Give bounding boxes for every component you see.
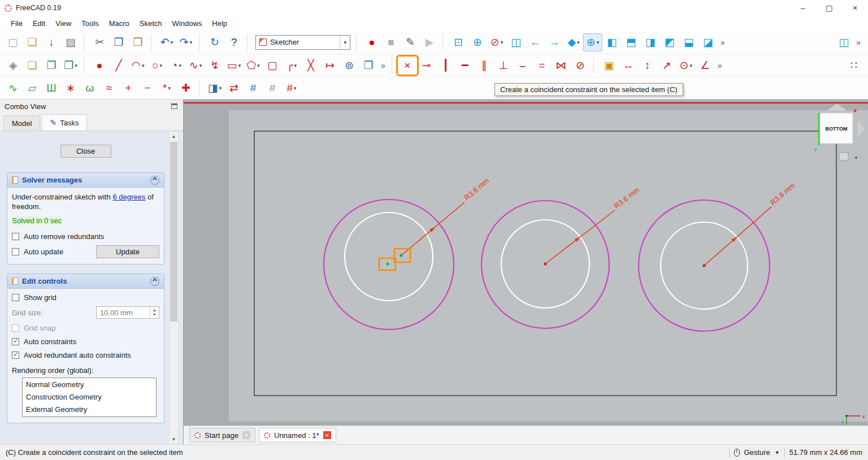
view-left[interactable]: ◪ bbox=[698, 33, 718, 51]
menu-edit[interactable]: Edit bbox=[28, 18, 50, 29]
auto-update-checkbox[interactable]: Auto update bbox=[12, 248, 63, 256]
sketch-canvas[interactable]: R3.6 mm R3.6 mm R3.6 mm bbox=[184, 99, 868, 426]
bspline-pole-weight[interactable]: ω bbox=[80, 79, 99, 97]
nav-back[interactable]: ← bbox=[526, 33, 545, 51]
nav-forward[interactable]: → bbox=[545, 33, 564, 51]
paste[interactable]: ❒ bbox=[128, 33, 147, 51]
extend-edge[interactable]: ↦ bbox=[320, 57, 340, 75]
cut[interactable]: ✂ bbox=[90, 33, 109, 51]
scrollbar-thumb[interactable] bbox=[170, 142, 177, 322]
create-polygon[interactable]: ⬠▾ bbox=[244, 57, 263, 75]
external-geometry[interactable]: ⊚ bbox=[340, 57, 359, 75]
toolbar-overflow-icon[interactable]: » bbox=[853, 38, 863, 47]
chevron-down-icon[interactable]: ▾ bbox=[190, 40, 193, 45]
create-arc[interactable]: ◠▾ bbox=[128, 57, 147, 75]
create-rectangle[interactable]: ▭▾ bbox=[224, 57, 244, 75]
macro-stop[interactable]: ■ bbox=[381, 33, 401, 51]
constrain-horizontal[interactable]: ━ bbox=[455, 57, 475, 75]
chevron-down-icon[interactable]: ▾ bbox=[199, 63, 202, 68]
create-group[interactable]: ❏ bbox=[23, 57, 42, 75]
insert-knot[interactable]: ✚ bbox=[176, 79, 196, 97]
tab-model[interactable]: Model bbox=[3, 115, 40, 131]
collapse-button[interactable] bbox=[150, 277, 159, 286]
auto-constraints-checkbox[interactable]: Auto constraints bbox=[12, 337, 159, 346]
constrain-angle[interactable]: ∠ bbox=[696, 57, 715, 75]
sketcher-tools[interactable]: ∷ bbox=[844, 57, 863, 75]
constraint-filters[interactable]: #▾ bbox=[282, 79, 301, 97]
view-axonometric[interactable]: ◆▾ bbox=[564, 33, 583, 51]
undo[interactable]: ↶▾ bbox=[157, 33, 176, 51]
macro-edit[interactable]: ✎ bbox=[401, 33, 420, 51]
chevron-down-icon[interactable]: ▾ bbox=[577, 40, 580, 45]
view-top[interactable]: ⬒ bbox=[622, 33, 641, 51]
carbon-copy[interactable]: ❐ bbox=[359, 57, 378, 75]
view-rear[interactable]: ◩ bbox=[660, 33, 679, 51]
create-slot[interactable]: ▢ bbox=[263, 57, 282, 75]
chevron-down-icon[interactable]: ▾ bbox=[142, 63, 145, 68]
scroll-up-icon[interactable]: ▲ bbox=[170, 132, 178, 141]
switch-virtual-space[interactable]: ⇄ bbox=[224, 79, 244, 97]
menu-sketch[interactable]: Sketch bbox=[134, 18, 167, 29]
chevron-down-icon[interactable]: ▼ bbox=[775, 450, 780, 455]
rendering-order-item[interactable]: External Geometry bbox=[23, 403, 156, 415]
zoom-fit-all[interactable]: ⊡ bbox=[449, 33, 468, 51]
menu-windows[interactable]: Windows bbox=[167, 18, 207, 29]
spinner-buttons[interactable]: ▲▼ bbox=[150, 307, 159, 318]
show-grid-checkbox[interactable]: Show grid bbox=[12, 293, 159, 302]
constrain-block[interactable]: ⊘ bbox=[571, 57, 590, 75]
close-tab-icon[interactable]: × bbox=[242, 431, 250, 439]
chevron-down-icon[interactable]: ▾ bbox=[238, 63, 241, 68]
redo[interactable]: ↷▾ bbox=[176, 33, 196, 51]
chevron-down-icon[interactable]: ▾ bbox=[159, 63, 162, 68]
solver-messages-header[interactable]: Solver messages bbox=[7, 173, 164, 188]
sketch-plane[interactable] bbox=[229, 110, 868, 422]
navigation-style[interactable]: Gesture bbox=[744, 448, 770, 457]
view-right[interactable]: ◨ bbox=[641, 33, 660, 51]
nav-cube-menu-arrow-icon[interactable]: ▼ bbox=[854, 155, 858, 160]
sync-view[interactable]: ◫ bbox=[506, 33, 526, 51]
modify-knot-multiplicity[interactable]: *▾ bbox=[157, 79, 176, 97]
degrees-of-freedom-link[interactable]: 6 degrees bbox=[112, 193, 145, 201]
macro-record[interactable]: ● bbox=[362, 33, 381, 51]
edit-controls-header[interactable]: Edit controls bbox=[7, 274, 164, 289]
menu-macro[interactable]: Macro bbox=[104, 18, 134, 29]
toolbar-overflow-icon[interactable]: » bbox=[715, 61, 725, 70]
constrain-distance[interactable]: ↗ bbox=[657, 57, 676, 75]
menu-file[interactable]: File bbox=[6, 18, 28, 29]
refresh[interactable]: ↻ bbox=[205, 33, 224, 51]
minimize-button[interactable]: – bbox=[790, 0, 816, 16]
constrain-parallel[interactable]: ∥ bbox=[475, 57, 494, 75]
chevron-down-icon[interactable]: ▾ bbox=[689, 63, 692, 68]
close-window-button[interactable]: × bbox=[842, 0, 868, 16]
spin-up-icon[interactable]: ▲ bbox=[153, 308, 157, 313]
sketch-viewport[interactable]: R3.6 mm R3.6 mm R3.6 mm bbox=[184, 99, 868, 426]
collapse-button[interactable] bbox=[150, 176, 159, 185]
constrain-distance-x[interactable]: ↔ bbox=[619, 57, 638, 75]
tab-start-page[interactable]: Start page × bbox=[189, 428, 255, 442]
save-document[interactable]: ↓ bbox=[42, 33, 61, 51]
constrain-coincident[interactable]: × bbox=[398, 57, 417, 75]
rendering-order-item[interactable]: Construction Geometry bbox=[23, 390, 156, 403]
chevron-down-icon[interactable]: ▾ bbox=[294, 85, 297, 91]
macro-play[interactable]: ▶ bbox=[420, 33, 439, 51]
rendering-order-item[interactable]: Normal Geometry bbox=[23, 378, 156, 390]
chevron-down-icon[interactable]: ▾ bbox=[171, 40, 173, 45]
constrain-symmetric[interactable]: ⋈ bbox=[552, 57, 571, 75]
avoid-redundant-checkbox[interactable]: Avoid redundant auto constraints bbox=[12, 351, 159, 359]
draw-style[interactable]: ⊘▾ bbox=[487, 33, 506, 51]
constrain-perpendicular[interactable]: ⊥ bbox=[494, 57, 513, 75]
chevron-down-icon[interactable]: ▾ bbox=[75, 63, 77, 68]
spin-down-icon[interactable]: ▼ bbox=[153, 313, 157, 317]
create-line[interactable]: ╱ bbox=[109, 57, 128, 75]
chevron-down-icon[interactable]: ▾ bbox=[219, 85, 222, 91]
chevron-down-icon[interactable]: ▾ bbox=[168, 85, 171, 91]
new-document[interactable]: ▢ bbox=[3, 33, 23, 51]
grid-size-input[interactable]: 10.00 mm ▲▼ bbox=[96, 306, 159, 319]
menu-tools[interactable]: Tools bbox=[76, 18, 103, 29]
decrease-bspline-degree[interactable]: − bbox=[138, 79, 157, 97]
view-front[interactable]: ◧ bbox=[602, 33, 622, 51]
toggle-driving-constraint[interactable]: ◨▾ bbox=[205, 79, 224, 97]
scroll-down-icon[interactable]: ▼ bbox=[170, 435, 178, 444]
toolbar-overflow-icon[interactable]: » bbox=[718, 38, 728, 47]
chevron-down-icon[interactable]: ▾ bbox=[501, 40, 504, 45]
